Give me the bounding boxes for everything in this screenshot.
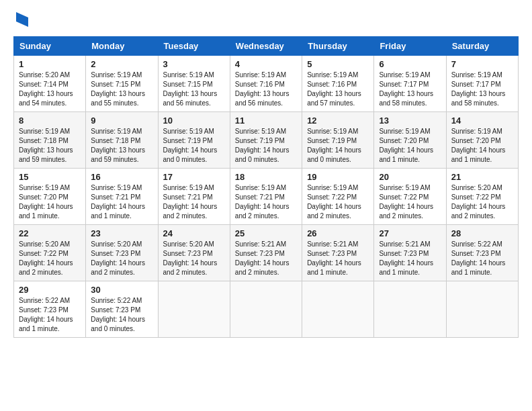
- calendar-cell: 30Sunrise: 5:22 AMSunset: 7:23 PMDayligh…: [86, 281, 158, 338]
- day-info: Sunrise: 5:19 AMSunset: 7:16 PMDaylight:…: [307, 71, 369, 108]
- calendar-cell: 24Sunrise: 5:20 AMSunset: 7:23 PMDayligh…: [158, 225, 230, 281]
- calendar-cell: 4Sunrise: 5:19 AMSunset: 7:16 PMDaylight…: [230, 56, 302, 112]
- calendar-day-header: Tuesday: [158, 37, 230, 56]
- day-info: Sunrise: 5:19 AMSunset: 7:22 PMDaylight:…: [379, 183, 441, 221]
- day-info: Sunrise: 5:19 AMSunset: 7:21 PMDaylight:…: [235, 183, 297, 221]
- calendar-day-header: Wednesday: [230, 37, 302, 56]
- calendar-day-header: Sunday: [14, 37, 86, 56]
- day-number: 26: [307, 228, 369, 238]
- day-number: 13: [379, 116, 441, 126]
- day-number: 6: [379, 59, 441, 69]
- day-number: 24: [163, 228, 225, 238]
- day-number: 28: [451, 228, 513, 238]
- calendar-cell: 6Sunrise: 5:19 AMSunset: 7:17 PMDaylight…: [374, 56, 446, 112]
- day-info: Sunrise: 5:19 AMSunset: 7:20 PMDaylight:…: [451, 127, 513, 165]
- calendar-week-row: 15Sunrise: 5:19 AMSunset: 7:20 PMDayligh…: [14, 169, 519, 225]
- day-info: Sunrise: 5:22 AMSunset: 7:23 PMDaylight:…: [451, 240, 513, 277]
- day-number: 2: [91, 59, 152, 69]
- header: [13, 11, 519, 30]
- day-number: 15: [19, 172, 81, 182]
- calendar-cell: [446, 281, 518, 338]
- day-info: Sunrise: 5:19 AMSunset: 7:19 PMDaylight:…: [163, 127, 225, 165]
- day-info: Sunrise: 5:19 AMSunset: 7:15 PMDaylight:…: [91, 71, 152, 108]
- day-number: 27: [379, 228, 441, 238]
- day-number: 1: [19, 59, 81, 69]
- day-number: 21: [451, 172, 513, 182]
- day-info: Sunrise: 5:19 AMSunset: 7:15 PMDaylight:…: [163, 71, 225, 108]
- calendar-cell: 7Sunrise: 5:19 AMSunset: 7:17 PMDaylight…: [446, 56, 518, 112]
- calendar-cell: 27Sunrise: 5:21 AMSunset: 7:23 PMDayligh…: [374, 225, 446, 281]
- calendar-cell: 19Sunrise: 5:19 AMSunset: 7:22 PMDayligh…: [302, 169, 374, 225]
- day-info: Sunrise: 5:20 AMSunset: 7:23 PMDaylight:…: [163, 240, 225, 277]
- day-number: 30: [91, 285, 152, 295]
- calendar-cell: 21Sunrise: 5:20 AMSunset: 7:22 PMDayligh…: [446, 169, 518, 225]
- day-info: Sunrise: 5:19 AMSunset: 7:19 PMDaylight:…: [235, 127, 297, 165]
- day-info: Sunrise: 5:19 AMSunset: 7:22 PMDaylight:…: [307, 183, 369, 221]
- day-info: Sunrise: 5:20 AMSunset: 7:23 PMDaylight:…: [91, 240, 152, 277]
- day-number: 10: [163, 116, 225, 126]
- calendar-week-row: 8Sunrise: 5:19 AMSunset: 7:18 PMDaylight…: [14, 112, 519, 169]
- day-number: 4: [235, 59, 297, 69]
- calendar-cell: 3Sunrise: 5:19 AMSunset: 7:15 PMDaylight…: [158, 56, 230, 112]
- day-info: Sunrise: 5:19 AMSunset: 7:19 PMDaylight:…: [307, 127, 369, 165]
- calendar-cell: 20Sunrise: 5:19 AMSunset: 7:22 PMDayligh…: [374, 169, 446, 225]
- day-number: 22: [19, 228, 81, 238]
- calendar-cell: 29Sunrise: 5:22 AMSunset: 7:23 PMDayligh…: [14, 281, 86, 338]
- calendar-cell: [158, 281, 230, 338]
- day-number: 7: [451, 59, 513, 69]
- calendar-cell: 15Sunrise: 5:19 AMSunset: 7:20 PMDayligh…: [14, 169, 86, 225]
- day-number: 9: [91, 116, 152, 126]
- calendar-cell: 17Sunrise: 5:19 AMSunset: 7:21 PMDayligh…: [158, 169, 230, 225]
- logo: [13, 11, 28, 30]
- day-number: 11: [235, 116, 297, 126]
- day-info: Sunrise: 5:21 AMSunset: 7:23 PMDaylight:…: [235, 240, 297, 277]
- day-info: Sunrise: 5:19 AMSunset: 7:21 PMDaylight:…: [91, 183, 152, 221]
- day-number: 8: [19, 116, 81, 126]
- day-number: 25: [235, 228, 297, 238]
- day-info: Sunrise: 5:19 AMSunset: 7:20 PMDaylight:…: [379, 127, 441, 165]
- calendar-cell: 28Sunrise: 5:22 AMSunset: 7:23 PMDayligh…: [446, 225, 518, 281]
- calendar-cell: [230, 281, 302, 338]
- day-number: 19: [307, 172, 369, 182]
- calendar-cell: 12Sunrise: 5:19 AMSunset: 7:19 PMDayligh…: [302, 112, 374, 169]
- day-info: Sunrise: 5:21 AMSunset: 7:23 PMDaylight:…: [379, 240, 441, 277]
- calendar-cell: 10Sunrise: 5:19 AMSunset: 7:19 PMDayligh…: [158, 112, 230, 169]
- calendar-cell: 14Sunrise: 5:19 AMSunset: 7:20 PMDayligh…: [446, 112, 518, 169]
- day-info: Sunrise: 5:19 AMSunset: 7:21 PMDaylight:…: [163, 183, 225, 221]
- day-number: 3: [163, 59, 225, 69]
- day-info: Sunrise: 5:22 AMSunset: 7:23 PMDaylight:…: [91, 296, 152, 334]
- day-info: Sunrise: 5:20 AMSunset: 7:22 PMDaylight:…: [19, 240, 81, 277]
- calendar-week-row: 22Sunrise: 5:20 AMSunset: 7:22 PMDayligh…: [14, 225, 519, 281]
- calendar-cell: 1Sunrise: 5:20 AMSunset: 7:14 PMDaylight…: [14, 56, 86, 112]
- day-number: 16: [91, 172, 152, 182]
- day-info: Sunrise: 5:20 AMSunset: 7:14 PMDaylight:…: [19, 71, 81, 108]
- calendar-cell: 23Sunrise: 5:20 AMSunset: 7:23 PMDayligh…: [86, 225, 158, 281]
- calendar-header-row: SundayMondayTuesdayWednesdayThursdayFrid…: [14, 37, 519, 56]
- day-info: Sunrise: 5:19 AMSunset: 7:16 PMDaylight:…: [235, 71, 297, 108]
- day-number: 5: [307, 59, 369, 69]
- calendar-cell: 8Sunrise: 5:19 AMSunset: 7:18 PMDaylight…: [14, 112, 86, 169]
- calendar-cell: 5Sunrise: 5:19 AMSunset: 7:16 PMDaylight…: [302, 56, 374, 112]
- day-info: Sunrise: 5:19 AMSunset: 7:17 PMDaylight:…: [379, 71, 441, 108]
- calendar-cell: [374, 281, 446, 338]
- calendar-day-header: Friday: [374, 37, 446, 56]
- calendar-cell: 16Sunrise: 5:19 AMSunset: 7:21 PMDayligh…: [86, 169, 158, 225]
- calendar-week-row: 29Sunrise: 5:22 AMSunset: 7:23 PMDayligh…: [14, 281, 519, 338]
- calendar-cell: 9Sunrise: 5:19 AMSunset: 7:18 PMDaylight…: [86, 112, 158, 169]
- day-info: Sunrise: 5:22 AMSunset: 7:23 PMDaylight:…: [19, 296, 81, 334]
- day-info: Sunrise: 5:20 AMSunset: 7:22 PMDaylight:…: [451, 183, 513, 221]
- logo-arrow-icon: [16, 12, 28, 30]
- calendar-week-row: 1Sunrise: 5:20 AMSunset: 7:14 PMDaylight…: [14, 56, 519, 112]
- calendar-day-header: Saturday: [446, 37, 518, 56]
- day-number: 18: [235, 172, 297, 182]
- calendar-day-header: Thursday: [302, 37, 374, 56]
- calendar-day-header: Monday: [86, 37, 158, 56]
- day-info: Sunrise: 5:21 AMSunset: 7:23 PMDaylight:…: [307, 240, 369, 277]
- day-number: 12: [307, 116, 369, 126]
- calendar-table: SundayMondayTuesdayWednesdayThursdayFrid…: [13, 36, 519, 338]
- calendar-cell: 2Sunrise: 5:19 AMSunset: 7:15 PMDaylight…: [86, 56, 158, 112]
- day-info: Sunrise: 5:19 AMSunset: 7:18 PMDaylight:…: [91, 127, 152, 165]
- calendar-cell: 26Sunrise: 5:21 AMSunset: 7:23 PMDayligh…: [302, 225, 374, 281]
- calendar-cell: 11Sunrise: 5:19 AMSunset: 7:19 PMDayligh…: [230, 112, 302, 169]
- calendar-cell: 22Sunrise: 5:20 AMSunset: 7:22 PMDayligh…: [14, 225, 86, 281]
